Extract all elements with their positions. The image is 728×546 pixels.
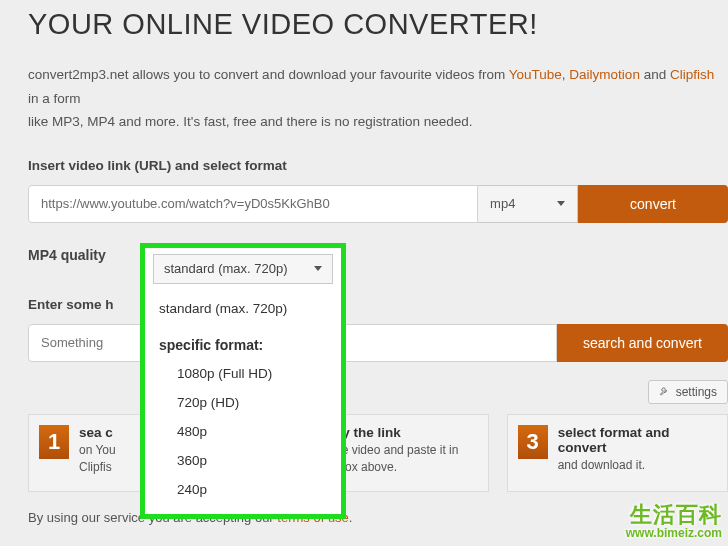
insert-url-label: Insert video link (URL) and select forma… [28,158,728,173]
quality-dropdown-panel: standard (max. 720p) specific format: 10… [145,294,341,514]
steps-row: 1 sea c on You Clipfis 2 copy the link o… [28,414,728,492]
step-text: and download it. [558,457,717,474]
step-text: on You Clipfis [79,442,116,477]
search-and-convert-button[interactable]: search and convert [557,324,728,362]
settings-button[interactable]: settings [648,380,728,404]
convert-button[interactable]: convert [578,185,728,223]
quality-label: MP4 quality [28,247,106,263]
chevron-down-icon [557,201,565,206]
step-title: select format and convert [558,425,717,455]
step-title: sea c [79,425,116,440]
wrench-icon [659,386,670,397]
quality-select[interactable]: standard (max. 720p) [153,254,333,284]
quality-selected-value: standard (max. 720p) [164,261,288,276]
intro-text: convert2mp3.net allows you to convert an… [28,63,728,134]
terms-line: By using our service you are accepting o… [28,510,728,525]
quality-option-240p[interactable]: 240p [145,475,341,504]
link-youtube[interactable]: YouTube [509,67,562,82]
page-title: YOUR ONLINE VIDEO CONVERTER! [28,8,728,41]
format-selected-value: mp4 [490,196,515,211]
quality-dropdown-highlight: standard (max. 720p) standard (max. 720p… [140,243,346,519]
enter-search-label: Enter some h [28,297,728,312]
quality-option-standard[interactable]: standard (max. 720p) [145,294,341,323]
quality-section-header: specific format: [145,323,341,359]
step-number: 1 [39,425,69,459]
quality-option-720p[interactable]: 720p (HD) [145,388,341,417]
quality-option-360p[interactable]: 360p [145,446,341,475]
video-url-input[interactable] [28,185,478,223]
step-number: 3 [518,425,548,459]
chevron-down-icon [314,266,322,271]
link-dailymotion[interactable]: Dailymotion [569,67,640,82]
step-3-card: 3 select format and convert and download… [507,414,728,492]
format-select[interactable]: mp4 [478,185,578,223]
quality-option-1080p[interactable]: 1080p (Full HD) [145,359,341,388]
link-clipfish[interactable]: Clipfish [670,67,714,82]
quality-option-480p[interactable]: 480p [145,417,341,446]
